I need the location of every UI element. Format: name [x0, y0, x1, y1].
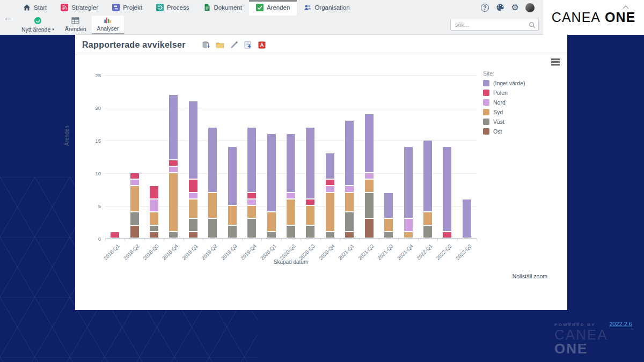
tab-dokument[interactable]: Dokument [196, 0, 249, 16]
bar-segment[interactable] [169, 232, 178, 238]
reset-zoom-button[interactable]: Nollställ zoom [513, 273, 547, 279]
bar-segment[interactable] [325, 179, 335, 186]
new-case-button[interactable]: Nytt ärende▾ [16, 16, 60, 34]
bar-segment[interactable] [345, 186, 354, 192]
bar-segment[interactable] [228, 225, 237, 238]
bar-segment[interactable] [228, 146, 237, 205]
back-button[interactable]: ← [3, 12, 13, 23]
bar-segment[interactable] [247, 127, 257, 193]
bar-segment[interactable] [404, 146, 413, 218]
bar-segment[interactable] [169, 160, 178, 166]
bar-segment[interactable] [247, 218, 257, 238]
bar-segment[interactable] [384, 193, 393, 219]
bar-segment[interactable] [110, 232, 120, 238]
bar-segment[interactable] [169, 166, 178, 173]
bar-segment[interactable] [364, 179, 374, 192]
bar-segment[interactable] [325, 232, 335, 238]
bar-segment[interactable] [345, 120, 354, 186]
tab-start[interactable]: Start [16, 0, 54, 16]
bar-segment[interactable] [267, 134, 276, 212]
bar-segment[interactable] [462, 199, 472, 238]
bar-segment[interactable] [149, 199, 159, 212]
bar-segment[interactable] [305, 199, 315, 205]
bar-segment[interactable] [208, 193, 217, 219]
bar-segment[interactable] [130, 173, 140, 179]
collapse-chevron-icon[interactable] [623, 2, 629, 11]
tab-projekt[interactable]: Projekt [105, 0, 149, 16]
bar-segment[interactable] [442, 146, 452, 232]
bar-segment[interactable] [188, 179, 198, 192]
bar-segment[interactable] [149, 186, 159, 198]
bar-segment[interactable] [130, 186, 140, 212]
bar-segment[interactable] [208, 127, 217, 193]
bar-segment[interactable] [305, 225, 315, 238]
bar-segment[interactable] [404, 232, 413, 238]
bar-segment[interactable] [345, 193, 354, 212]
bar-segment[interactable] [305, 127, 315, 199]
bar-segment[interactable] [384, 232, 393, 238]
bar-segment[interactable] [286, 225, 296, 238]
bar-segment[interactable] [423, 225, 433, 238]
tab-organisation[interactable]: Organisation [297, 0, 356, 16]
tab-process[interactable]: Process [149, 0, 196, 16]
bar-segment[interactable] [188, 232, 198, 238]
bar-segment[interactable] [384, 218, 393, 231]
settings-gear-icon[interactable]: ⚙ [510, 3, 519, 12]
legend-item[interactable]: (Inget värde) [483, 80, 525, 86]
bar-segment[interactable] [345, 232, 354, 238]
bar-segment[interactable] [149, 232, 159, 238]
bar-segment[interactable] [267, 232, 276, 238]
bar-segment[interactable] [188, 193, 198, 199]
bar-segment[interactable] [149, 212, 159, 225]
bar-segment[interactable] [188, 101, 198, 179]
edit-pencil-icon[interactable] [230, 41, 238, 49]
legend-item[interactable]: Syd [483, 109, 525, 115]
bar-segment[interactable] [325, 153, 335, 179]
chart-menu-icon[interactable] [551, 58, 560, 67]
save-view-icon[interactable] [202, 41, 210, 49]
tab-arenden[interactable]: Ärenden [249, 0, 297, 16]
bar-segment[interactable] [247, 193, 257, 199]
legend-item[interactable]: Öst [483, 128, 525, 135]
theme-palette-icon[interactable] [495, 3, 504, 12]
export-data-icon[interactable] [244, 41, 252, 49]
bar-segment[interactable] [286, 199, 296, 225]
bar-segment[interactable] [169, 173, 178, 232]
search-icon[interactable] [529, 21, 536, 31]
bar-segment[interactable] [188, 218, 198, 231]
bar-segment[interactable] [247, 199, 257, 205]
bar-segment[interactable] [208, 218, 217, 238]
export-pdf-icon[interactable] [258, 41, 266, 49]
help-icon[interactable]: ? [480, 3, 489, 12]
bar-segment[interactable] [267, 212, 276, 232]
bar-segment[interactable] [325, 193, 335, 232]
bar-segment[interactable] [228, 205, 237, 225]
bar-segment[interactable] [130, 179, 140, 186]
bar-segment[interactable] [247, 205, 257, 218]
bar-segment[interactable] [286, 134, 296, 193]
bar-segment[interactable] [325, 186, 335, 192]
analyses-button[interactable]: Analyser [92, 16, 125, 34]
legend-item[interactable]: Nord [483, 99, 525, 106]
open-folder-icon[interactable] [216, 41, 224, 49]
bar-segment[interactable] [345, 212, 354, 232]
bar-segment[interactable] [364, 114, 374, 173]
version-link[interactable]: 2022.2.6 [609, 321, 632, 327]
bar-segment[interactable] [169, 94, 178, 160]
bar-segment[interactable] [364, 218, 374, 238]
bar-segment[interactable] [130, 212, 140, 225]
bar-segment[interactable] [423, 212, 433, 225]
bar-segment[interactable] [364, 173, 374, 179]
tab-strategier[interactable]: Strategier [54, 0, 105, 16]
legend-item[interactable]: Polen [483, 90, 525, 96]
user-avatar[interactable] [525, 3, 535, 12]
bar-segment[interactable] [423, 140, 433, 212]
bar-segment[interactable] [364, 193, 374, 219]
bar-segment[interactable] [149, 225, 159, 232]
bar-segment[interactable] [404, 218, 413, 231]
cases-list-button[interactable]: Ärenden [60, 16, 92, 34]
bar-segment[interactable] [442, 232, 452, 238]
legend-item[interactable]: Väst [483, 119, 525, 125]
bar-segment[interactable] [305, 205, 315, 225]
bar-segment[interactable] [130, 225, 140, 238]
